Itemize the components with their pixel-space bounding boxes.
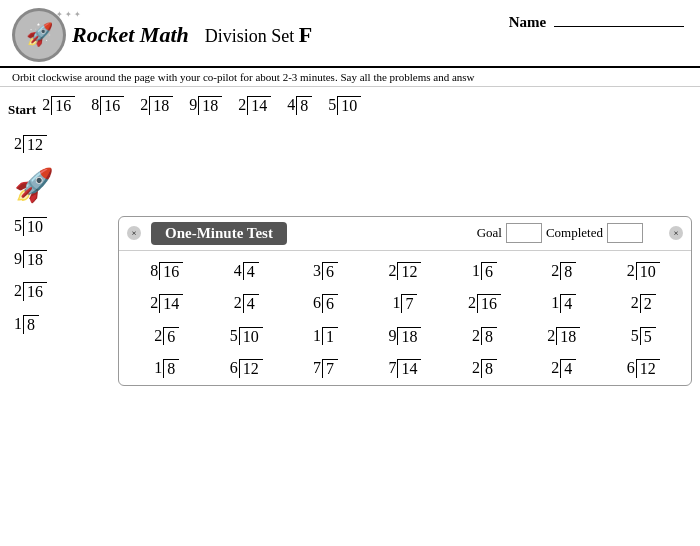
goal-input-box[interactable] (506, 223, 542, 243)
start-area: Start 2 16 (8, 93, 79, 118)
omt-title: One-Minute Test (151, 222, 287, 245)
rocket-icon-left: 🚀 (14, 167, 54, 203)
grid-prob: 17 (369, 294, 440, 313)
grid-prob: 214 (131, 294, 202, 313)
top-problem-1: 8 16 (91, 96, 124, 115)
left-prob-4: 1 8 (10, 312, 130, 337)
grid-row-0: 816 44 36 212 16 28 210 (123, 255, 687, 288)
omt-goal-area: Goal Completed (477, 223, 643, 243)
grid-prob: 612 (210, 359, 281, 378)
main-content: 2 12 🚀 5 10 9 18 2 16 1 (0, 120, 700, 345)
grid-prob: 16 (449, 262, 520, 281)
grid-prob: 28 (449, 359, 520, 378)
top-problem-5: 4 8 (287, 96, 312, 115)
left-prob-1: 5 10 (10, 214, 130, 239)
subtitle: Orbit clockwise around the page with you… (0, 68, 700, 87)
set-prefix: Division Set F (205, 22, 312, 48)
grid-prob: 816 (131, 262, 202, 281)
rocket-icon: 🚀 (15, 11, 63, 59)
top-problem-6: 5 10 (328, 96, 361, 115)
rocket-logo: 🚀 (12, 8, 66, 62)
top-problem-3: 9 18 (189, 96, 222, 115)
grid-prob: 714 (369, 359, 440, 378)
grid-prob: 612 (608, 359, 679, 378)
grid-row-2: 26 510 11 918 28 218 55 (123, 320, 687, 353)
grid-prob: 210 (608, 262, 679, 281)
top-problem-0: 2 16 (42, 96, 75, 115)
grid-prob: 26 (131, 327, 202, 346)
grid-prob: 14 (528, 294, 599, 313)
grid-prob: 918 (369, 327, 440, 346)
logo-area: ✦ ✦ ✦ 🚀 Rocket Math Division Set F (12, 8, 312, 62)
grid-prob: 216 (449, 294, 520, 313)
omt-close-left-button[interactable]: × (127, 226, 141, 240)
set-letter: F (299, 22, 312, 47)
header: ✦ ✦ ✦ 🚀 Rocket Math Division Set F Name (0, 0, 700, 68)
grid-prob: 18 (131, 359, 202, 378)
top-problem-4: 2 14 (238, 96, 271, 115)
completed-label: Completed (546, 225, 603, 241)
grid-prob: 24 (528, 359, 599, 378)
grid-prob: 11 (290, 327, 361, 346)
omt-close-right-button[interactable]: × (669, 226, 683, 240)
grid-prob: 24 (210, 294, 281, 313)
name-label: Name (509, 14, 547, 30)
left-prob-3: 2 16 (10, 279, 130, 304)
brand-name: Rocket Math (72, 22, 189, 48)
grid-prob: 218 (528, 327, 599, 346)
top-row: Start 2 16 8 16 2 18 9 18 2 14 4 8 5 10 (0, 87, 700, 120)
grid-prob: 77 (290, 359, 361, 378)
grid-prob: 212 (369, 262, 440, 281)
grid-prob: 28 (528, 262, 599, 281)
grid-prob: 510 (210, 327, 281, 346)
grid-prob: 44 (210, 262, 281, 281)
left-column: 2 12 🚀 5 10 9 18 2 16 1 (0, 120, 130, 345)
goal-label: Goal (477, 225, 502, 241)
top-problem-2: 2 18 (140, 96, 173, 115)
problems-grid: 816 44 36 212 16 28 210 214 24 66 17 216… (119, 251, 691, 385)
name-line (554, 26, 684, 27)
grid-prob: 28 (449, 327, 520, 346)
grid-prob: 66 (290, 294, 361, 313)
grid-prob: 55 (608, 327, 679, 346)
completed-input-box[interactable] (607, 223, 643, 243)
grid-row-3: 18 612 77 714 28 24 612 (123, 352, 687, 385)
one-minute-test-box: × One-Minute Test Goal Completed × 816 4… (118, 216, 692, 386)
left-prob-2: 9 18 (10, 247, 130, 272)
grid-prob: 36 (290, 262, 361, 281)
grid-prob: 22 (608, 294, 679, 313)
start-label: Start (8, 102, 36, 118)
omt-header: × One-Minute Test Goal Completed × (119, 217, 691, 251)
name-field: Name (509, 14, 684, 31)
left-prob-0: 2 12 (10, 132, 130, 157)
grid-row-1: 214 24 66 17 216 14 22 (123, 287, 687, 320)
rocket-image: 🚀 (10, 166, 130, 204)
